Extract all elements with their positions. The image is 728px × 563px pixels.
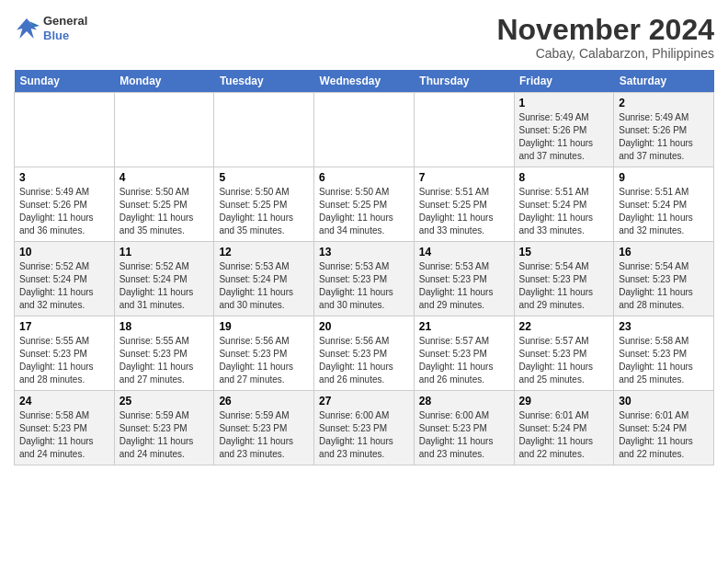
day-number: 14 (419, 246, 509, 259)
calendar-cell (214, 93, 314, 167)
calendar-cell: 1Sunrise: 5:49 AM Sunset: 5:26 PM Daylig… (514, 93, 614, 167)
weekday-header-saturday: Saturday (614, 70, 714, 93)
day-info: Sunrise: 5:50 AM Sunset: 5:25 PM Dayligh… (119, 186, 210, 237)
calendar-week-row: 1Sunrise: 5:49 AM Sunset: 5:26 PM Daylig… (15, 93, 714, 167)
calendar-cell (15, 93, 115, 167)
day-info: Sunrise: 5:59 AM Sunset: 5:23 PM Dayligh… (119, 409, 210, 461)
calendar-cell: 28Sunrise: 6:00 AM Sunset: 5:23 PM Dayli… (414, 391, 514, 465)
day-info: Sunrise: 5:53 AM Sunset: 5:24 PM Dayligh… (219, 260, 309, 312)
calendar-cell: 24Sunrise: 5:58 AM Sunset: 5:23 PM Dayli… (15, 391, 115, 465)
calendar-cell: 14Sunrise: 5:53 AM Sunset: 5:23 PM Dayli… (414, 242, 514, 316)
day-number: 8 (519, 171, 609, 184)
day-info: Sunrise: 5:52 AM Sunset: 5:24 PM Dayligh… (119, 260, 210, 312)
calendar-week-row: 3Sunrise: 5:49 AM Sunset: 5:26 PM Daylig… (15, 167, 714, 242)
day-number: 1 (519, 97, 609, 109)
day-number: 30 (619, 395, 709, 408)
calendar-cell (314, 93, 415, 167)
day-info: Sunrise: 5:55 AM Sunset: 5:23 PM Dayligh… (119, 335, 210, 386)
calendar-cell: 25Sunrise: 5:59 AM Sunset: 5:23 PM Dayli… (114, 391, 214, 465)
day-info: Sunrise: 5:51 AM Sunset: 5:24 PM Dayligh… (619, 186, 709, 237)
calendar-cell: 13Sunrise: 5:53 AM Sunset: 5:23 PM Dayli… (314, 242, 415, 316)
day-info: Sunrise: 5:49 AM Sunset: 5:26 PM Dayligh… (619, 111, 709, 163)
day-info: Sunrise: 5:58 AM Sunset: 5:23 PM Dayligh… (619, 335, 709, 386)
calendar-cell: 6Sunrise: 5:50 AM Sunset: 5:25 PM Daylig… (314, 167, 415, 242)
calendar-cell: 26Sunrise: 5:59 AM Sunset: 5:23 PM Dayli… (214, 391, 314, 465)
weekday-header-monday: Monday (114, 70, 214, 93)
logo-text-line1: General (43, 14, 87, 29)
day-number: 17 (19, 320, 109, 333)
page-header: General Blue November 2024 Cabay, Calaba… (14, 14, 714, 61)
calendar-cell: 21Sunrise: 5:57 AM Sunset: 5:23 PM Dayli… (414, 316, 514, 391)
day-info: Sunrise: 5:51 AM Sunset: 5:25 PM Dayligh… (419, 186, 509, 237)
calendar-cell: 19Sunrise: 5:56 AM Sunset: 5:23 PM Dayli… (214, 316, 314, 391)
weekday-header-wednesday: Wednesday (314, 70, 415, 93)
location-subtitle: Cabay, Calabarzon, Philippines (496, 46, 714, 61)
day-number: 27 (319, 395, 409, 408)
day-info: Sunrise: 6:01 AM Sunset: 5:24 PM Dayligh… (619, 409, 709, 461)
day-info: Sunrise: 5:50 AM Sunset: 5:25 PM Dayligh… (219, 186, 309, 237)
day-info: Sunrise: 5:51 AM Sunset: 5:24 PM Dayligh… (519, 186, 609, 237)
calendar-cell: 22Sunrise: 5:57 AM Sunset: 5:23 PM Dayli… (514, 316, 614, 391)
calendar-week-row: 24Sunrise: 5:58 AM Sunset: 5:23 PM Dayli… (15, 391, 714, 465)
calendar-cell: 5Sunrise: 5:50 AM Sunset: 5:25 PM Daylig… (214, 167, 314, 242)
weekday-header-thursday: Thursday (414, 70, 514, 93)
calendar-cell (414, 93, 514, 167)
weekday-header-tuesday: Tuesday (214, 70, 314, 93)
calendar-table: SundayMondayTuesdayWednesdayThursdayFrid… (14, 70, 714, 465)
calendar-cell: 27Sunrise: 6:00 AM Sunset: 5:23 PM Dayli… (314, 391, 415, 465)
day-info: Sunrise: 5:54 AM Sunset: 5:23 PM Dayligh… (619, 260, 709, 312)
calendar-cell: 8Sunrise: 5:51 AM Sunset: 5:24 PM Daylig… (514, 167, 614, 242)
calendar-cell: 7Sunrise: 5:51 AM Sunset: 5:25 PM Daylig… (414, 167, 514, 242)
day-info: Sunrise: 5:54 AM Sunset: 5:23 PM Dayligh… (519, 260, 609, 312)
calendar-week-row: 17Sunrise: 5:55 AM Sunset: 5:23 PM Dayli… (15, 316, 714, 391)
day-number: 24 (19, 395, 109, 408)
day-number: 26 (219, 395, 309, 408)
day-number: 20 (319, 320, 409, 333)
calendar-cell: 16Sunrise: 5:54 AM Sunset: 5:23 PM Dayli… (614, 242, 714, 316)
day-number: 22 (519, 320, 609, 333)
day-number: 16 (619, 246, 709, 259)
day-number: 2 (619, 97, 709, 109)
day-number: 12 (219, 246, 309, 259)
day-info: Sunrise: 5:56 AM Sunset: 5:23 PM Dayligh… (319, 335, 409, 386)
day-number: 10 (19, 246, 109, 259)
day-info: Sunrise: 5:57 AM Sunset: 5:23 PM Dayligh… (519, 335, 609, 386)
calendar-cell: 29Sunrise: 6:01 AM Sunset: 5:24 PM Dayli… (514, 391, 614, 465)
logo-text-line2: Blue (43, 29, 87, 43)
day-info: Sunrise: 6:00 AM Sunset: 5:23 PM Dayligh… (419, 409, 509, 461)
day-number: 13 (319, 246, 409, 259)
day-number: 19 (219, 320, 309, 333)
day-info: Sunrise: 5:49 AM Sunset: 5:26 PM Dayligh… (19, 186, 109, 237)
day-info: Sunrise: 5:58 AM Sunset: 5:23 PM Dayligh… (19, 409, 109, 461)
weekday-header-sunday: Sunday (15, 70, 115, 93)
calendar-cell: 17Sunrise: 5:55 AM Sunset: 5:23 PM Dayli… (15, 316, 115, 391)
day-number: 6 (319, 171, 409, 184)
day-number: 11 (119, 246, 210, 259)
day-info: Sunrise: 5:53 AM Sunset: 5:23 PM Dayligh… (319, 260, 409, 312)
day-info: Sunrise: 6:01 AM Sunset: 5:24 PM Dayligh… (519, 409, 609, 461)
calendar-cell: 10Sunrise: 5:52 AM Sunset: 5:24 PM Dayli… (15, 242, 115, 316)
day-number: 21 (419, 320, 509, 333)
calendar-cell: 4Sunrise: 5:50 AM Sunset: 5:25 PM Daylig… (114, 167, 214, 242)
day-number: 25 (119, 395, 210, 408)
day-number: 18 (119, 320, 210, 333)
calendar-cell: 30Sunrise: 6:01 AM Sunset: 5:24 PM Dayli… (614, 391, 714, 465)
calendar-cell: 15Sunrise: 5:54 AM Sunset: 5:23 PM Dayli… (514, 242, 614, 316)
calendar-cell: 18Sunrise: 5:55 AM Sunset: 5:23 PM Dayli… (114, 316, 214, 391)
day-number: 5 (219, 171, 309, 184)
day-info: Sunrise: 5:55 AM Sunset: 5:23 PM Dayligh… (19, 335, 109, 386)
day-number: 15 (519, 246, 609, 259)
month-title: November 2024 (496, 14, 714, 46)
day-info: Sunrise: 5:56 AM Sunset: 5:23 PM Dayligh… (219, 335, 309, 386)
day-number: 7 (419, 171, 509, 184)
day-info: Sunrise: 5:49 AM Sunset: 5:26 PM Dayligh… (519, 111, 609, 163)
day-info: Sunrise: 5:59 AM Sunset: 5:23 PM Dayligh… (219, 409, 309, 461)
calendar-cell (114, 93, 214, 167)
calendar-week-row: 10Sunrise: 5:52 AM Sunset: 5:24 PM Dayli… (15, 242, 714, 316)
day-number: 4 (119, 171, 210, 184)
logo: General Blue (14, 14, 87, 42)
day-info: Sunrise: 5:50 AM Sunset: 5:25 PM Dayligh… (319, 186, 409, 237)
calendar-cell: 9Sunrise: 5:51 AM Sunset: 5:24 PM Daylig… (614, 167, 714, 242)
day-number: 3 (19, 171, 109, 184)
svg-marker-0 (17, 18, 37, 39)
